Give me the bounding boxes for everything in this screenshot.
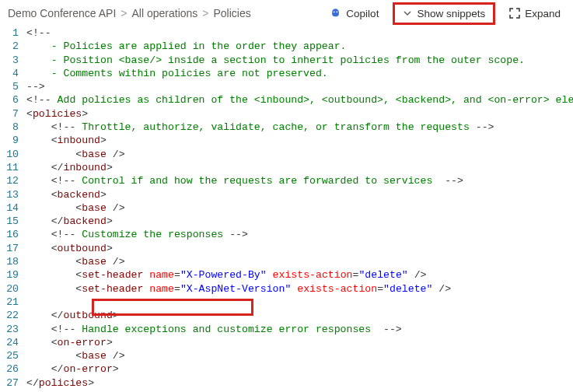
code-line[interactable]: </backend> (26, 215, 573, 228)
code-line[interactable]: <base /> (26, 201, 573, 215)
code-line[interactable] (26, 296, 573, 309)
code-line[interactable]: <base /> (26, 148, 573, 161)
code-line[interactable]: <backend> (26, 188, 573, 201)
line-number: 13 (0, 188, 19, 201)
chevron-down-icon (403, 9, 412, 18)
code-line[interactable]: <!-- Control if and how the requests are… (26, 174, 573, 187)
line-number: 16 (0, 228, 19, 241)
line-number: 20 (0, 282, 19, 296)
copilot-icon (330, 8, 341, 19)
line-number: 26 (0, 362, 19, 376)
line-numbers-gutter: 1234567891011121314151617181920212223242… (0, 26, 26, 390)
toolbar: Copilot Show snippets Expand (325, 2, 565, 25)
line-number: 3 (0, 54, 19, 67)
line-number: 12 (0, 174, 19, 187)
code-line[interactable]: - Position <base/> inside a section to i… (26, 54, 573, 67)
code-line[interactable]: </outbound> (26, 309, 573, 322)
line-number: 9 (0, 134, 19, 147)
line-number: 1 (0, 26, 19, 40)
line-number: 24 (0, 336, 19, 349)
code-line[interactable]: - Comments within policies are not prese… (26, 67, 573, 80)
code-line[interactable]: <!-- Customize the responses --> (26, 228, 573, 241)
breadcrumb-item-3[interactable]: Policies (214, 7, 251, 19)
code-line[interactable]: --> (26, 80, 573, 93)
code-line[interactable]: <!-- Handle exceptions and customize err… (26, 323, 573, 336)
code-line[interactable]: <on-error> (26, 336, 573, 349)
show-snippets-button[interactable]: Show snippets (393, 2, 495, 25)
line-number: 4 (0, 67, 19, 80)
code-line[interactable]: <base /> (26, 255, 573, 268)
line-number: 14 (0, 201, 19, 215)
code-line[interactable]: <policies> (26, 107, 573, 121)
line-number: 2 (0, 40, 19, 53)
breadcrumb: Demo Conference API > All operations > P… (8, 7, 251, 19)
code-line[interactable]: </inbound> (26, 161, 573, 174)
line-number: 10 (0, 148, 19, 161)
line-number: 15 (0, 215, 19, 228)
code-line[interactable]: <set-header name="X-Powered-By" exists-a… (26, 268, 573, 282)
code-line[interactable]: <!-- Throttle, authorize, validate, cach… (26, 121, 573, 134)
code-line[interactable]: <!-- (26, 26, 573, 40)
breadcrumb-sep: > (121, 7, 127, 19)
expand-icon (509, 8, 520, 19)
line-number: 18 (0, 255, 19, 268)
line-number: 7 (0, 107, 19, 121)
expand-label: Expand (525, 8, 561, 19)
code-line[interactable]: - Policies are applied in the order they… (26, 40, 573, 53)
code-editor[interactable]: 1234567891011121314151617181920212223242… (0, 26, 573, 390)
editor-header: Demo Conference API > All operations > P… (0, 0, 573, 26)
line-number: 19 (0, 268, 19, 282)
code-line[interactable]: <!-- Add policies as children of the <in… (26, 93, 573, 107)
code-body[interactable]: <!-- - Policies are applied in the order… (26, 26, 573, 390)
breadcrumb-item-1[interactable]: Demo Conference API (8, 7, 116, 19)
line-number: 5 (0, 80, 19, 93)
show-snippets-label: Show snippets (417, 8, 485, 19)
line-number: 17 (0, 242, 19, 255)
line-number: 11 (0, 161, 19, 174)
breadcrumb-item-2[interactable]: All operations (131, 7, 197, 19)
line-number: 23 (0, 323, 19, 336)
code-line[interactable]: </policies> (26, 376, 573, 390)
code-line[interactable]: <base /> (26, 349, 573, 362)
line-number: 22 (0, 309, 19, 322)
code-line[interactable]: </on-error> (26, 362, 573, 376)
line-number: 21 (0, 296, 19, 309)
code-line[interactable]: <outbound> (26, 242, 573, 255)
breadcrumb-sep: > (202, 7, 208, 19)
copilot-button[interactable]: Copilot (325, 5, 383, 23)
line-number: 27 (0, 376, 19, 390)
code-line[interactable]: <inbound> (26, 134, 573, 147)
expand-button[interactable]: Expand (505, 5, 565, 23)
line-number: 8 (0, 121, 19, 134)
copilot-label: Copilot (346, 8, 379, 19)
line-number: 25 (0, 349, 19, 362)
line-number: 6 (0, 93, 19, 107)
code-line[interactable]: <set-header name="X-AspNet-Version" exis… (26, 282, 573, 296)
